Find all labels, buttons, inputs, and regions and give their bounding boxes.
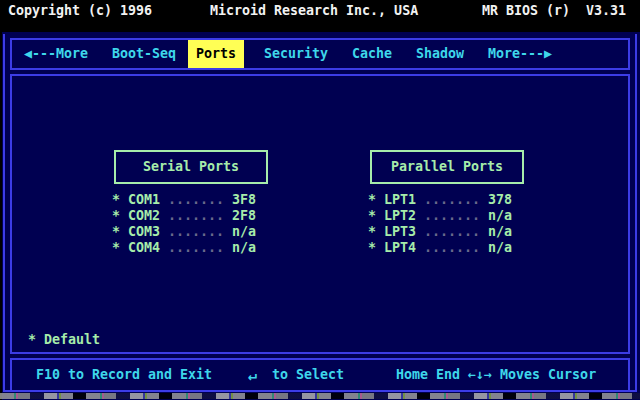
port-value: 2F8 — [232, 208, 256, 223]
port-label: COM4 — [128, 240, 160, 255]
dot-leader: ....... — [168, 208, 224, 223]
port-label: LPT1 — [384, 192, 416, 207]
default-marker: * — [368, 240, 376, 255]
port-value: n/a — [232, 240, 256, 255]
port-row-lpt3[interactable]: *LPT3.......n/a — [368, 224, 512, 240]
port-value: 378 — [488, 192, 512, 207]
default-marker: * — [28, 332, 36, 347]
default-marker: * — [368, 192, 376, 207]
menu-ports-selected[interactable]: Ports — [188, 40, 244, 68]
menu-more-left[interactable]: ◀---More — [24, 40, 88, 68]
menu-security[interactable]: Security — [264, 40, 328, 68]
copyright-bar: Copyright (c) 1996 Microid Research Inc.… — [0, 0, 640, 32]
menu-cache[interactable]: Cache — [352, 40, 392, 68]
serial-ports-list: *COM1.......3F8 *COM2.......2F8 *COM3...… — [112, 192, 256, 256]
menu-more-right[interactable]: More---▶ — [488, 40, 552, 68]
port-value: n/a — [488, 240, 512, 255]
scanline-noise — [0, 393, 640, 399]
default-marker: * — [112, 240, 120, 255]
port-row-com3[interactable]: *COM3.......n/a — [112, 224, 256, 240]
bios-setup-screen: Copyright (c) 1996 Microid Research Inc.… — [0, 0, 640, 400]
company-name: Microid Research Inc., USA — [210, 3, 418, 19]
default-marker: * — [112, 224, 120, 239]
cursor-keys-hint: Home End ←↓→ Moves Cursor — [396, 360, 596, 390]
default-marker: * — [112, 208, 120, 223]
f10-record-hint: F10 to Record and Exit — [36, 360, 212, 390]
port-row-lpt2[interactable]: *LPT2.......n/a — [368, 208, 512, 224]
parallel-ports-title: Parallel Ports — [391, 159, 503, 174]
port-value: n/a — [488, 224, 512, 239]
menu-shadow[interactable]: Shadow — [416, 40, 464, 68]
port-row-lpt4[interactable]: *LPT4.......n/a — [368, 240, 512, 256]
bios-main-area: ◀---More Boot-Seq Ports Security Cache S… — [0, 32, 640, 400]
port-label: COM1 — [128, 192, 160, 207]
parallel-ports-list: *LPT1.......378 *LPT2.......n/a *LPT3...… — [368, 192, 512, 256]
left-edge — [0, 32, 2, 400]
menu-boot-seq[interactable]: Boot-Seq — [112, 40, 176, 68]
ports-panel: Serial Ports Parallel Ports *COM1.......… — [10, 74, 630, 354]
dot-leader: ....... — [424, 240, 480, 255]
dot-leader: ....... — [168, 240, 224, 255]
default-legend-label: Default — [44, 332, 100, 347]
port-label: COM3 — [128, 224, 160, 239]
port-value: n/a — [232, 224, 256, 239]
default-legend: *Default — [28, 332, 100, 348]
port-value: n/a — [488, 208, 512, 223]
serial-ports-header: Serial Ports — [114, 150, 268, 184]
port-row-com2[interactable]: *COM2.......2F8 — [112, 208, 256, 224]
parallel-ports-header: Parallel Ports — [370, 150, 524, 184]
dot-leader: ....... — [168, 192, 224, 207]
default-marker: * — [368, 208, 376, 223]
dot-leader: ....... — [424, 208, 480, 223]
copyright-text: Copyright (c) 1996 — [8, 3, 152, 19]
enter-select-hint: to Select — [272, 360, 344, 390]
port-label: LPT4 — [384, 240, 416, 255]
dot-leader: ....... — [424, 192, 480, 207]
bios-version: MR BIOS (r) V3.31 — [482, 3, 626, 19]
enter-key-icon: ↵ — [248, 360, 257, 390]
menu-bar: ◀---More Boot-Seq Ports Security Cache S… — [10, 38, 630, 70]
default-marker: * — [112, 192, 120, 207]
dot-leader: ....... — [168, 224, 224, 239]
port-row-com1[interactable]: *COM1.......3F8 — [112, 192, 256, 208]
port-row-lpt1[interactable]: *LPT1.......378 — [368, 192, 512, 208]
dot-leader: ....... — [424, 224, 480, 239]
port-row-com4[interactable]: *COM4.......n/a — [112, 240, 256, 256]
default-marker: * — [368, 224, 376, 239]
port-value: 3F8 — [232, 192, 256, 207]
port-label: LPT3 — [384, 224, 416, 239]
serial-ports-title: Serial Ports — [143, 159, 239, 174]
key-help-bar: F10 to Record and Exit ↵ to Select Home … — [10, 358, 630, 392]
port-label: COM2 — [128, 208, 160, 223]
port-label: LPT2 — [384, 208, 416, 223]
